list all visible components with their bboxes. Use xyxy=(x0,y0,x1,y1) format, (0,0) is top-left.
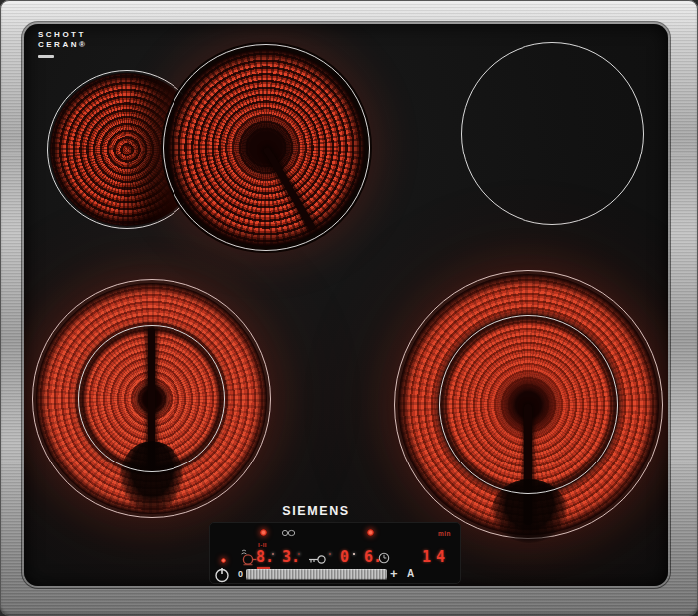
power-icon[interactable] xyxy=(214,567,230,583)
matrix-cell xyxy=(329,553,331,555)
timer-unit-label: min xyxy=(438,530,451,537)
control-panel: min I-II 8. 3. xyxy=(209,522,461,584)
child-lock-icon[interactable] xyxy=(308,554,327,565)
slider-zero-label: 0 xyxy=(238,569,243,579)
zone-position-indicator-back-right xyxy=(329,553,338,562)
zone-back-right-outline xyxy=(461,42,644,225)
cooktop: SCHOTT CERAN® xyxy=(0,0,698,616)
schott-ceran-badge: SCHOTT CERAN® xyxy=(38,30,87,58)
matrix-cell-on xyxy=(353,553,355,555)
zone-level-back-right: 0 xyxy=(340,548,349,566)
power-level-slider[interactable] xyxy=(246,569,387,580)
clock-icon xyxy=(378,552,390,564)
front-left-inner-outline xyxy=(78,325,225,472)
siemens-logo: SIEMENS xyxy=(256,504,376,518)
schott-ceran-line2: CERAN® xyxy=(38,40,87,50)
right-indicator-led xyxy=(367,529,374,536)
matrix-cell xyxy=(272,553,274,555)
schott-ceran-line1: SCHOTT xyxy=(38,30,87,40)
slider-plus-button[interactable]: + xyxy=(390,566,398,581)
front-right-inner-outline xyxy=(439,315,618,494)
ceran-glass-surface: SCHOTT CERAN® xyxy=(24,24,668,586)
auto-button[interactable]: A xyxy=(407,568,414,579)
zone-position-indicator-front-left xyxy=(298,553,307,562)
roaster-right-outline xyxy=(163,44,370,251)
zone-position-indicator-front-right xyxy=(353,553,362,562)
zone-position-indicator-back-left xyxy=(272,553,281,562)
timer-value: 14 xyxy=(422,548,450,566)
left-indicator-led xyxy=(260,529,267,536)
power-led xyxy=(221,558,226,563)
pan-detection-icon xyxy=(240,548,257,566)
schott-ceran-subtext-bar xyxy=(38,55,54,58)
matrix-cell xyxy=(298,553,300,555)
pot-bridge-icon xyxy=(281,529,296,537)
